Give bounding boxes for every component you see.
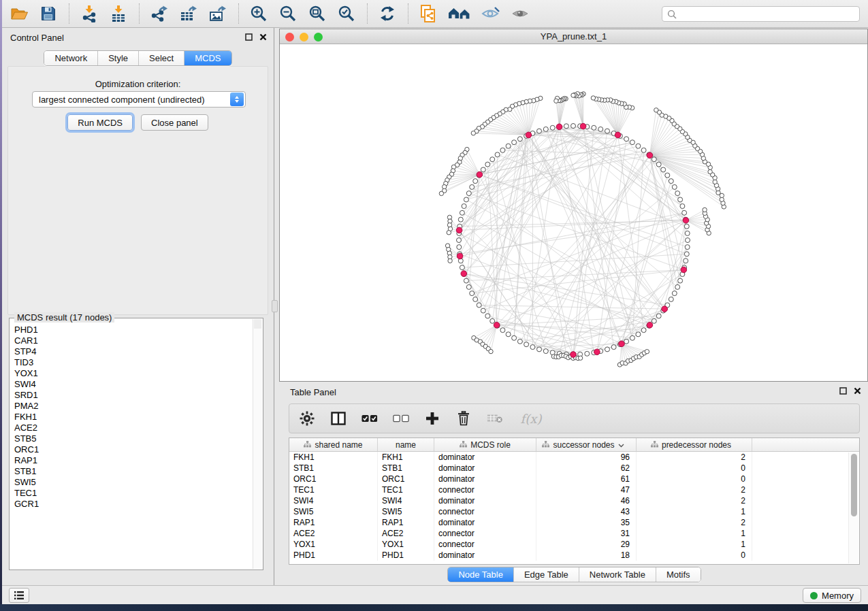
table-cell[interactable]: 35	[536, 517, 637, 528]
duplicate-network-icon[interactable]	[418, 3, 438, 24]
mcds-result-item[interactable]: PHD1	[14, 325, 253, 335]
table-cell[interactable]: SWI4	[378, 495, 434, 506]
table-cell[interactable]: 0	[637, 474, 752, 484]
export-network-icon[interactable]	[149, 3, 170, 24]
table-cell[interactable]: PHD1	[289, 550, 378, 561]
table-tab-node-table[interactable]: Node Table	[448, 567, 514, 582]
mcds-result-item[interactable]: RAP1	[14, 455, 253, 466]
table-cell[interactable]: TEC1	[289, 484, 378, 495]
zoom-fit-icon[interactable]	[307, 3, 327, 24]
table-tab-network-table[interactable]: Network Table	[579, 567, 656, 582]
column-header-predecessor-nodes[interactable]: predecessor nodes	[637, 438, 752, 451]
table-cell[interactable]: STB1	[378, 463, 434, 474]
houses-icon[interactable]	[447, 3, 472, 24]
table-row[interactable]: STB1STB1dominator620	[289, 463, 859, 474]
mcds-result-item[interactable]: SWI4	[14, 379, 253, 390]
table-cell[interactable]: connector	[434, 539, 536, 550]
table-cell[interactable]: dominator	[434, 517, 536, 528]
column-header-name[interactable]: name	[378, 438, 434, 451]
mcds-result-item[interactable]: STB1	[14, 466, 253, 477]
zoom-selected-icon[interactable]	[336, 3, 357, 24]
table-cell[interactable]: SWI4	[289, 495, 378, 506]
zoom-out-icon[interactable]	[278, 3, 298, 24]
table-scrollbar[interactable]	[848, 452, 858, 563]
table-cell[interactable]: SWI5	[378, 506, 434, 517]
table-cell[interactable]: RAP1	[289, 517, 378, 528]
table-row[interactable]: PHD1PHD1dominator180	[289, 550, 859, 561]
table-cell[interactable]: YOX1	[378, 539, 434, 550]
tab-mcds[interactable]: MCDS	[184, 51, 231, 65]
mcds-result-item[interactable]: FKH1	[14, 412, 253, 423]
table-cell[interactable]: 61	[536, 474, 637, 484]
mcds-result-item[interactable]: TID3	[14, 357, 253, 368]
table-cell[interactable]: PHD1	[378, 550, 434, 561]
table-tab-edge-table[interactable]: Edge Table	[514, 567, 579, 582]
table-cell[interactable]: connector	[434, 506, 536, 517]
import-table-icon[interactable]	[108, 3, 129, 24]
mcds-result-item[interactable]: CAR1	[14, 335, 253, 346]
table-row[interactable]: ACE2ACE2connector311	[289, 528, 859, 539]
delete-table-icon[interactable]	[487, 410, 503, 427]
mcds-result-item[interactable]: STP4	[14, 346, 253, 357]
table-cell[interactable]: dominator	[434, 463, 536, 474]
function-builder-icon[interactable]: f(x)	[518, 410, 544, 427]
table-cell[interactable]: connector	[434, 528, 536, 539]
show-columns-icon[interactable]	[330, 410, 347, 427]
table-cell[interactable]: FKH1	[378, 452, 434, 463]
show-details-icon[interactable]	[510, 3, 530, 24]
close-table-panel-icon[interactable]	[854, 387, 861, 395]
table-cell[interactable]: RAP1	[378, 517, 434, 528]
table-cell[interactable]: dominator	[434, 474, 536, 484]
unselect-all-icon[interactable]	[393, 410, 409, 427]
table-cell[interactable]: SWI5	[289, 506, 378, 517]
table-cell[interactable]: FKH1	[289, 452, 378, 463]
select-all-icon[interactable]	[361, 410, 378, 427]
task-history-button[interactable]	[9, 588, 29, 603]
network-window-titlebar[interactable]: YPA_prune.txt_1	[280, 29, 867, 44]
float-panel-icon[interactable]	[245, 33, 253, 41]
table-cell[interactable]: 2	[637, 452, 752, 463]
network-graph[interactable]	[280, 44, 867, 380]
table-cell[interactable]: 29	[536, 539, 637, 550]
table-row[interactable]: YOX1YOX1connector291	[289, 539, 859, 550]
tab-network[interactable]: Network	[44, 51, 98, 65]
table-cell[interactable]: dominator	[434, 452, 536, 463]
panel-splitter-handle[interactable]	[272, 300, 278, 312]
run-mcds-button[interactable]: Run MCDS	[67, 114, 133, 131]
table-cell[interactable]: connector	[434, 484, 536, 495]
close-panel-icon[interactable]	[259, 33, 267, 41]
table-row[interactable]: ORC1ORC1dominator610	[289, 474, 859, 484]
table-scrollbar-thumb[interactable]	[851, 454, 857, 516]
mcds-result-item[interactable]: ACE2	[14, 423, 253, 433]
table-cell[interactable]: 2	[637, 484, 752, 495]
table-row[interactable]: SWI4SWI4dominator462	[289, 495, 859, 506]
column-header-shared-name[interactable]: shared name	[289, 438, 378, 451]
close-panel-button[interactable]: Close panel	[141, 114, 208, 131]
table-row[interactable]: SWI5SWI5connector431	[289, 506, 859, 517]
add-column-icon[interactable]	[424, 410, 440, 427]
table-cell[interactable]: TEC1	[378, 484, 434, 495]
column-header-mcds-role[interactable]: MCDS role	[434, 438, 536, 451]
table-cell[interactable]: 2	[637, 495, 752, 506]
memory-button[interactable]: Memory	[803, 588, 861, 603]
table-cell[interactable]: 96	[536, 452, 637, 463]
table-cell[interactable]: 18	[536, 550, 637, 561]
table-cell[interactable]: STB1	[289, 463, 378, 474]
import-network-icon[interactable]	[79, 3, 99, 24]
table-cell[interactable]: 0	[637, 550, 752, 561]
mcds-result-item[interactable]: STB5	[14, 433, 253, 444]
mcds-result-item[interactable]: TEC1	[14, 488, 253, 499]
table-cell[interactable]: ORC1	[378, 474, 434, 484]
search-input[interactable]	[681, 8, 854, 20]
mcds-result-item[interactable]: GCR1	[14, 499, 253, 510]
table-cell[interactable]: ACE2	[289, 528, 378, 539]
open-folder-icon[interactable]	[9, 3, 29, 24]
refresh-icon[interactable]	[377, 3, 398, 24]
column-header-successor-nodes[interactable]: successor nodes	[536, 438, 637, 451]
table-cell[interactable]: 62	[536, 463, 637, 474]
mcds-result-scrollbar[interactable]	[253, 319, 262, 569]
table-cell[interactable]: 0	[637, 463, 752, 474]
mcds-result-item[interactable]: ORC1	[14, 444, 253, 455]
mcds-result-item[interactable]: SRD1	[14, 390, 253, 401]
criterion-dropdown[interactable]: largest connected component (undirected)	[32, 91, 246, 108]
